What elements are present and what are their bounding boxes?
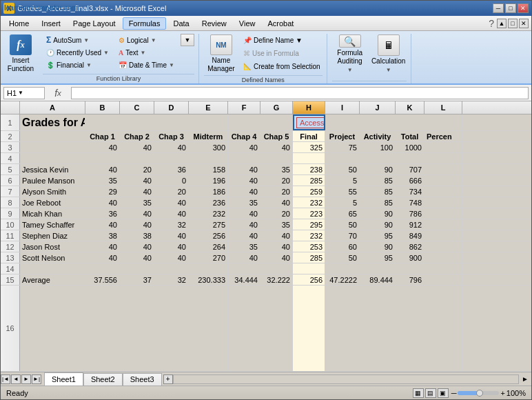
- menu-acrobat[interactable]: Acrobat: [262, 18, 299, 29]
- cell-D14[interactable]: [154, 263, 189, 274]
- create-from-selection-button[interactable]: 📐 Create from Selection: [241, 60, 323, 72]
- date-time-button[interactable]: 📅 Date & Time ▼: [115, 59, 178, 71]
- cell-I2[interactable]: Project: [325, 131, 360, 141]
- cell-K7[interactable]: 734: [396, 186, 424, 197]
- cell-C5[interactable]: 20: [120, 164, 154, 174]
- cell-F8[interactable]: 35: [228, 197, 260, 208]
- cell-B16[interactable]: [85, 286, 120, 371]
- cell-G6[interactable]: 20: [260, 175, 293, 186]
- cell-E13[interactable]: 270: [189, 252, 228, 263]
- cell-F9[interactable]: 40: [228, 208, 260, 219]
- cell-G12[interactable]: 40: [260, 241, 293, 252]
- cell-L14[interactable]: [424, 263, 462, 274]
- close-button[interactable]: ✕: [518, 3, 529, 13]
- normal-view-button[interactable]: ▦: [413, 388, 424, 398]
- autosum-button[interactable]: Σ AutoSum ▼: [43, 34, 112, 46]
- cell-D16[interactable]: [154, 286, 189, 371]
- sheet-nav-last[interactable]: ►|: [32, 374, 41, 384]
- cell-C9[interactable]: 40: [120, 208, 154, 219]
- cell-H15[interactable]: 256: [293, 274, 325, 285]
- cell-H4[interactable]: [293, 153, 325, 163]
- col-header-E[interactable]: E: [189, 101, 228, 114]
- cell-E14[interactable]: [189, 263, 228, 274]
- cell-F6[interactable]: 40: [228, 175, 260, 186]
- cell-A15[interactable]: Average: [20, 274, 85, 285]
- cell-F1[interactable]: [228, 114, 260, 130]
- cell-A10[interactable]: Tamey Schaffer: [20, 219, 85, 230]
- cell-L5[interactable]: [424, 164, 462, 174]
- window-close-button[interactable]: ✕: [519, 19, 529, 28]
- cell-K16[interactable]: [396, 286, 424, 371]
- cell-K10[interactable]: 912: [396, 219, 424, 230]
- cell-G13[interactable]: 40: [260, 252, 293, 263]
- cell-K8[interactable]: 748: [396, 197, 424, 208]
- cell-G5[interactable]: 35: [260, 164, 293, 174]
- cell-I8[interactable]: 5: [325, 197, 360, 208]
- cell-A2[interactable]: [20, 131, 85, 141]
- cell-K13[interactable]: 900: [396, 252, 424, 263]
- cell-K5[interactable]: 707: [396, 164, 424, 174]
- cell-F4[interactable]: [228, 153, 260, 163]
- cell-L1[interactable]: [424, 114, 462, 130]
- cell-A4[interactable]: [20, 153, 85, 163]
- cell-G3[interactable]: 40: [260, 142, 293, 152]
- cell-L13[interactable]: [424, 252, 462, 263]
- cell-H14[interactable]: [293, 263, 325, 274]
- cell-H1[interactable]: Access Grades: [293, 114, 325, 130]
- col-header-F[interactable]: F: [228, 101, 260, 114]
- cell-H3[interactable]: 325: [293, 142, 325, 152]
- cell-G11[interactable]: 40: [260, 230, 293, 241]
- cell-G15[interactable]: 32.222: [260, 274, 293, 285]
- cell-C4[interactable]: [120, 153, 154, 163]
- cell-D6[interactable]: 0: [154, 175, 189, 186]
- col-header-J[interactable]: J: [360, 101, 396, 114]
- cell-J5[interactable]: 90: [360, 164, 396, 174]
- recently-used-button[interactable]: 🕐 Recently Used ▼: [43, 46, 112, 59]
- cell-H8[interactable]: 232: [293, 197, 325, 208]
- ribbon-minimize-button[interactable]: ▲: [497, 19, 507, 28]
- cell-L11[interactable]: [424, 230, 462, 241]
- col-header-I[interactable]: I: [325, 101, 360, 114]
- col-header-K[interactable]: K: [396, 101, 424, 114]
- cell-J1[interactable]: [360, 114, 396, 130]
- cell-H2[interactable]: Final: [293, 131, 325, 141]
- cell-B3[interactable]: 40: [85, 142, 120, 152]
- cell-F13[interactable]: 40: [228, 252, 260, 263]
- cell-J14[interactable]: [360, 263, 396, 274]
- cell-C16[interactable]: [120, 286, 154, 371]
- more-functions-button[interactable]: ▼: [181, 34, 194, 46]
- cell-F3[interactable]: 40: [228, 142, 260, 152]
- cell-H6[interactable]: 285: [293, 175, 325, 186]
- zoom-thumb[interactable]: [476, 390, 483, 397]
- sheet-tab-sheet2[interactable]: Sheet2: [83, 373, 123, 386]
- logical-button[interactable]: ⚙ Logical ▼: [115, 34, 178, 46]
- cell-G1[interactable]: [260, 114, 293, 130]
- cell-B14[interactable]: [85, 263, 120, 274]
- cell-K4[interactable]: [396, 153, 424, 163]
- cell-F11[interactable]: 40: [228, 230, 260, 241]
- cell-I3[interactable]: 75: [325, 142, 360, 152]
- cell-A12[interactable]: Jason Rost: [20, 241, 85, 252]
- cell-H13[interactable]: 285: [293, 252, 325, 263]
- cell-B13[interactable]: 40: [85, 252, 120, 263]
- cell-B11[interactable]: 38: [85, 230, 120, 241]
- cell-L12[interactable]: [424, 241, 462, 252]
- cell-J13[interactable]: 95: [360, 252, 396, 263]
- cell-J12[interactable]: 90: [360, 241, 396, 252]
- cell-A1[interactable]: Grades for Access 2007: [20, 114, 85, 130]
- insert-sheet-button[interactable]: +: [163, 374, 173, 384]
- zoom-track[interactable]: [458, 391, 499, 395]
- cell-C13[interactable]: 40: [120, 252, 154, 263]
- cell-F2[interactable]: Chap 4: [228, 131, 260, 141]
- cell-A13[interactable]: Scott Nelson: [20, 252, 85, 263]
- cell-J9[interactable]: 90: [360, 208, 396, 219]
- cell-I13[interactable]: 50: [325, 252, 360, 263]
- menu-insert[interactable]: Insert: [36, 18, 66, 29]
- cell-D10[interactable]: 32: [154, 219, 189, 230]
- cell-C14[interactable]: [120, 263, 154, 274]
- cell-D11[interactable]: 40: [154, 230, 189, 241]
- cell-D4[interactable]: [154, 153, 189, 163]
- cell-C10[interactable]: 40: [120, 219, 154, 230]
- cell-E3[interactable]: 300: [189, 142, 228, 152]
- cell-C7[interactable]: 40: [120, 186, 154, 197]
